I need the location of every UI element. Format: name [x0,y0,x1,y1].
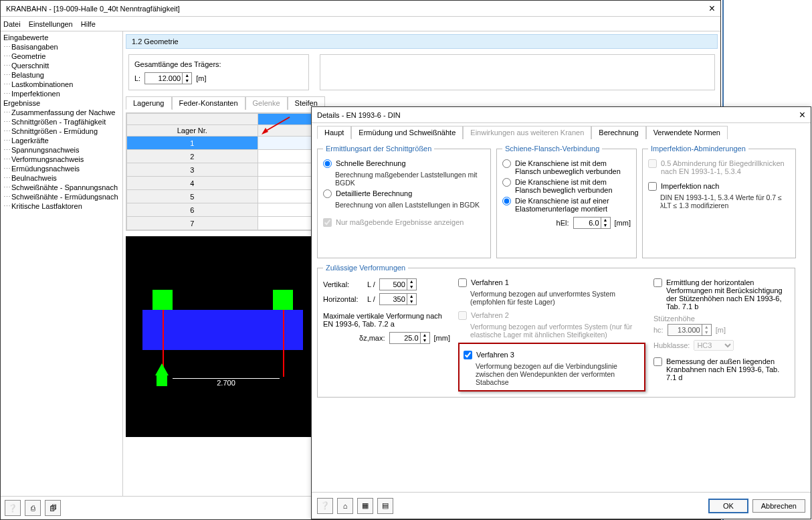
tab-federkonstanten[interactable]: Feder-Konstanten [172,96,245,110]
export-icon[interactable]: ⎙ [25,500,41,516]
check-v3[interactable] [464,351,472,359]
horiz-input[interactable]: ▲▼ [379,293,417,305]
dialog-close-icon[interactable]: × [799,109,805,121]
tree-inputs-header[interactable]: Eingabewerte [3,33,122,42]
radio-unbeweglich[interactable] [502,159,511,168]
vert-input[interactable]: ▲▼ [379,278,417,290]
hub-select: HC3 [694,340,734,351]
radio-elastomer[interactable] [502,197,511,205]
dialog-titlebar: Details - EN 1993-6 - DIN × [312,107,811,123]
close-icon[interactable]: × [709,3,715,15]
L-unit: [m] [196,74,206,82]
details-dialog: Details - EN 1993-6 - DIN × Haupt Ermüdu… [311,106,811,519]
tree-item[interactable]: Schnittgrößen - Tragfähigkeit [3,117,122,126]
tab-einwirkungen: Einwirkungen aus weiteren Kranen [463,126,591,139]
tab-gelenke: Gelenke [245,96,288,110]
dialog-footer: ❔ ⌂ ▦ ▤ OK Abbrechen [312,492,811,519]
tree-item[interactable]: Schnittgrößen - Ermüdung [3,126,122,136]
tool-icon-2[interactable]: ▦ [357,498,373,514]
radio-schnell[interactable] [323,159,332,168]
tree-item[interactable]: Lastkombinationen [3,80,122,89]
tree-item[interactable]: Verformungsnachweis [3,155,122,164]
check-v1[interactable] [458,278,467,287]
hc-input: ▲▼ [668,324,712,336]
section-title: 1.2 Geometrie [126,34,718,49]
dialog-tabs: Haupt Ermüdung und Schweißnähte Einwirku… [312,123,811,139]
fieldset-imperfektion: Imperfektion-Abminderungen 0.5 Abminderu… [642,145,796,258]
tool-icon-3[interactable]: ▤ [377,498,393,514]
help-icon[interactable]: ❔ [317,498,333,514]
nav-tree[interactable]: Eingabewerte BasisangabenGeometrieQuersc… [1,31,123,496]
menu-settings[interactable]: Einstellungen [29,20,73,28]
tree-results-header[interactable]: Ergebnisse [3,98,122,108]
tree-item[interactable]: Schweißnähte - Spannungsnach [3,183,122,192]
tree-item[interactable]: Imperfektionen [3,89,122,98]
L-input[interactable]: ▲▼ [144,72,192,84]
tree-item[interactable]: Beulnachweis [3,173,122,183]
check-horizont[interactable] [653,278,662,287]
cancel-button[interactable]: Abbrechen [752,499,805,513]
tree-item[interactable]: Kritische Lastfaktoren [3,201,122,211]
total-length-label: Gesamtlänge des Trägers: [134,60,303,68]
tool-icon-1[interactable]: ⌂ [337,498,353,514]
titlebar: KRANBAHN - [19-009-Halle 0_40t Nenntragf… [1,1,720,17]
ok-button[interactable]: OK [708,499,748,513]
tab-lagerung[interactable]: Lagerung [126,96,172,110]
fieldset-ermittlungsart: Ermittlungsart der Schnittgrößen Schnell… [317,145,491,258]
fieldset-schiene: Schiene-Flansch-Verbindung Die Kranschie… [496,145,637,258]
menu-file[interactable]: Datei [3,20,21,28]
tree-item[interactable]: Zusammenfassung der Nachwe [3,108,122,117]
verfahren3-highlight: Verfahren 3 Verformung bezogen auf die V… [458,343,645,392]
hel-input[interactable]: ▲▼ [573,217,611,229]
check-massg [323,218,332,227]
menu-help[interactable]: Hilfe [81,20,96,28]
tree-item[interactable]: Basisangaben [3,42,122,52]
L-label: L: [134,74,140,82]
help-icon[interactable]: ❔ [5,500,21,516]
viewport-dim-label: 2.700 [217,379,235,387]
tree-item[interactable]: Lagerkräfte [3,136,122,145]
tab-haupt[interactable]: Haupt [317,126,351,139]
radio-detail[interactable] [323,189,332,198]
tree-item[interactable]: Belastung [3,70,122,80]
fieldset-verformungen: Zulässige Verformungen Vertikal: L / ▲▼ … [317,264,795,398]
check-v2 [458,311,467,320]
radio-beweglich[interactable] [502,178,511,187]
dialog-title: Details - EN 1993-6 - DIN [317,111,799,119]
check-aussen[interactable] [653,357,662,366]
tree-item[interactable]: Spannungsnachweis [3,145,122,155]
tab-normen[interactable]: Verwendete Normen [646,126,728,139]
menubar: Datei Einstellungen Hilfe [1,17,720,31]
tree-item[interactable]: Querschnitt [3,61,122,70]
tab-berechnung[interactable]: Berechnung [591,126,645,139]
window-title: KRANBAHN - [19-009-Halle 0_40t Nenntragf… [6,5,709,13]
check-05abm [648,159,657,168]
tree-item[interactable]: Geometrie [3,52,122,61]
tree-item[interactable]: Schweißnähte - Ermüdungsnach [3,192,122,201]
tree-item[interactable]: Ermüdungsnachweis [3,164,122,173]
dz-input[interactable]: ▲▼ [389,332,430,344]
print-icon[interactable]: 🗐 [45,500,61,516]
tab-ermuedung[interactable]: Ermüdung und Schweißnähte [351,126,463,139]
check-imperf[interactable] [648,182,657,191]
